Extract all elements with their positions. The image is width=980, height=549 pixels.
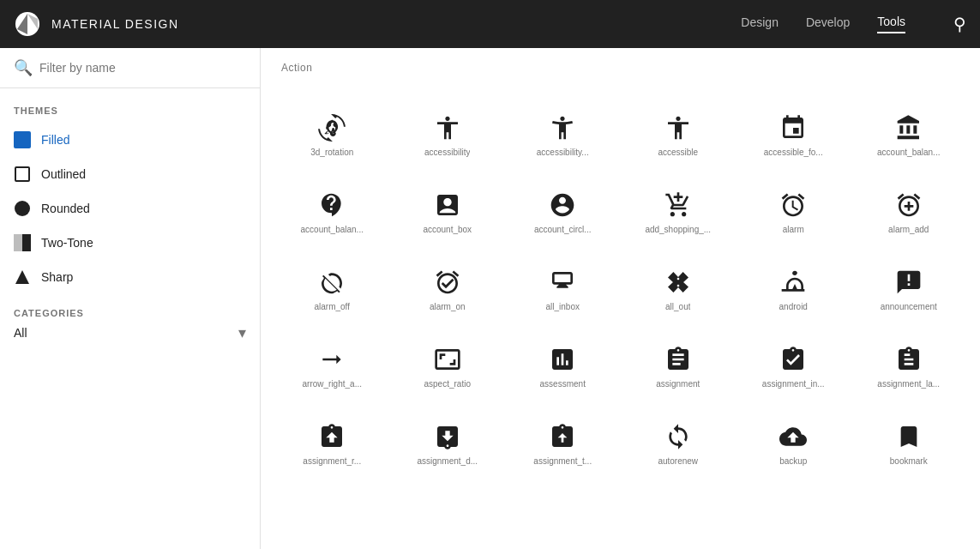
rounded-icon bbox=[14, 200, 31, 217]
nav-link-develop[interactable]: Develop bbox=[806, 15, 850, 33]
icon-label: autorenew bbox=[658, 455, 698, 467]
categories-select[interactable]: All Action Alert AV Communication Conten… bbox=[14, 326, 246, 340]
list-item[interactable]: assignment_d... bbox=[390, 396, 506, 474]
list-item[interactable]: accessible_fo... bbox=[736, 87, 851, 165]
theme-outlined-label: Outlined bbox=[41, 167, 86, 181]
theme-rounded-label: Rounded bbox=[41, 202, 90, 215]
icon-label: all_out bbox=[665, 301, 690, 312]
main-layout: 🔍 THEMES Filled Outlined Rounded Two-Ton… bbox=[0, 48, 980, 549]
sidebar: 🔍 THEMES Filled Outlined Rounded Two-Ton… bbox=[0, 48, 261, 549]
list-item[interactable]: alarm_add bbox=[851, 165, 967, 242]
list-item[interactable]: 3d_rotation bbox=[274, 87, 390, 165]
list-item[interactable]: account_circl... bbox=[505, 165, 621, 242]
list-item[interactable]: alarm_on bbox=[390, 242, 506, 319]
categories-section: CATEGORIES All Action Alert AV Communica… bbox=[0, 294, 260, 347]
icon-label: accessibility... bbox=[537, 147, 589, 158]
list-item[interactable]: all_out bbox=[621, 242, 737, 319]
icon-label: add_shopping_... bbox=[645, 224, 711, 235]
icon-label: assignment_t... bbox=[533, 455, 592, 467]
icon-label: account_balan... bbox=[877, 147, 940, 158]
content-section-label: Action bbox=[261, 48, 980, 81]
theme-sharp-label: Sharp bbox=[41, 270, 73, 284]
list-item[interactable]: add_shopping_... bbox=[621, 165, 737, 242]
icon-label: assignment_la... bbox=[877, 378, 940, 389]
list-item[interactable]: announcement bbox=[851, 242, 967, 319]
nav-links: Design Develop Tools ⚲ bbox=[741, 14, 966, 34]
list-item[interactable]: alarm_off bbox=[274, 242, 390, 319]
icon-label: 3d_rotation bbox=[310, 147, 353, 158]
list-item[interactable]: accessibility bbox=[390, 87, 506, 165]
categories-label: CATEGORIES bbox=[14, 308, 246, 318]
nav-logo-text: MATERIAL DESIGN bbox=[51, 17, 179, 31]
list-item[interactable]: accessible bbox=[621, 87, 737, 165]
sidebar-search: 🔍 bbox=[0, 48, 260, 88]
list-item[interactable]: aspect_ratio bbox=[390, 319, 506, 396]
theme-twotone[interactable]: Two-Tone bbox=[0, 226, 260, 260]
list-item[interactable]: assignment_in... bbox=[736, 319, 851, 396]
list-item[interactable]: alarm bbox=[736, 165, 851, 242]
list-item[interactable]: arrow_right_a... bbox=[274, 319, 390, 396]
icon-label: accessibility bbox=[424, 147, 470, 158]
svg-rect-1 bbox=[14, 234, 22, 251]
search-icon[interactable]: ⚲ bbox=[953, 14, 966, 34]
icon-label: alarm_add bbox=[888, 224, 929, 235]
list-item[interactable]: assignment bbox=[621, 319, 737, 396]
theme-outlined[interactable]: Outlined bbox=[0, 157, 260, 191]
icon-label: assignment_r... bbox=[303, 455, 361, 467]
list-item[interactable]: bookmark bbox=[851, 396, 967, 474]
svg-rect-2 bbox=[22, 234, 31, 251]
list-item[interactable]: account_balan... bbox=[851, 87, 967, 165]
icon-label: aspect_ratio bbox=[424, 378, 471, 389]
icon-label: alarm bbox=[783, 224, 804, 235]
list-item[interactable]: account_balan... bbox=[274, 165, 390, 242]
icon-label: accessible bbox=[658, 147, 698, 158]
outlined-icon bbox=[14, 166, 31, 183]
icon-label: assignment bbox=[656, 378, 700, 389]
icon-label: backup bbox=[779, 455, 807, 467]
icon-label: bookmark bbox=[890, 455, 928, 467]
list-item[interactable]: assessment bbox=[505, 319, 621, 396]
icon-label: android bbox=[779, 301, 808, 312]
list-item[interactable]: autorenew bbox=[621, 396, 737, 474]
icon-label: arrow_right_a... bbox=[303, 378, 362, 389]
icon-label: alarm_on bbox=[430, 301, 466, 312]
content-area: Action 3d_rotation accessibility accessi… bbox=[261, 48, 980, 549]
icon-label: assignment_d... bbox=[417, 455, 478, 467]
icon-label: announcement bbox=[881, 301, 937, 312]
filled-icon bbox=[14, 131, 31, 148]
nav-link-tools[interactable]: Tools bbox=[877, 15, 905, 33]
nav-link-design[interactable]: Design bbox=[741, 15, 779, 33]
list-item[interactable]: account_box bbox=[390, 165, 506, 242]
icon-label: account_balan... bbox=[301, 224, 364, 235]
list-item[interactable]: assignment_t... bbox=[505, 396, 621, 474]
icons-grid: 3d_rotation accessibility accessibility.… bbox=[261, 81, 980, 480]
list-item[interactable]: backup bbox=[736, 396, 851, 474]
list-item[interactable]: assignment_r... bbox=[274, 396, 390, 474]
theme-filled[interactable]: Filled bbox=[0, 123, 260, 157]
icon-label: account_box bbox=[423, 224, 472, 235]
sharp-icon bbox=[14, 268, 31, 286]
icon-label: alarm_off bbox=[314, 301, 350, 312]
list-item[interactable]: android bbox=[736, 242, 851, 319]
icon-label: assessment bbox=[540, 378, 586, 389]
search-input[interactable] bbox=[39, 61, 246, 75]
icon-label: account_circl... bbox=[534, 224, 592, 235]
theme-twotone-label: Two-Tone bbox=[41, 236, 93, 250]
theme-filled-label: Filled bbox=[41, 133, 69, 147]
top-nav: MATERIAL DESIGN Design Develop Tools ⚲ bbox=[0, 0, 980, 48]
icon-label: accessible_fo... bbox=[764, 147, 823, 158]
nav-logo: MATERIAL DESIGN bbox=[14, 10, 179, 38]
twotone-icon bbox=[14, 234, 31, 251]
svg-marker-3 bbox=[15, 270, 29, 284]
themes-label: THEMES bbox=[0, 88, 260, 123]
icon-label: all_inbox bbox=[546, 301, 580, 312]
theme-sharp[interactable]: Sharp bbox=[0, 260, 260, 294]
search-filter-icon: 🔍 bbox=[14, 58, 33, 77]
categories-select-wrapper: All Action Alert AV Communication Conten… bbox=[14, 325, 246, 341]
theme-rounded[interactable]: Rounded bbox=[0, 191, 260, 226]
list-item[interactable]: assignment_la... bbox=[851, 319, 967, 396]
list-item[interactable]: accessibility... bbox=[505, 87, 621, 165]
icon-label: assignment_in... bbox=[762, 378, 825, 389]
material-design-logo-icon bbox=[14, 10, 41, 38]
list-item[interactable]: all_inbox bbox=[505, 242, 621, 319]
